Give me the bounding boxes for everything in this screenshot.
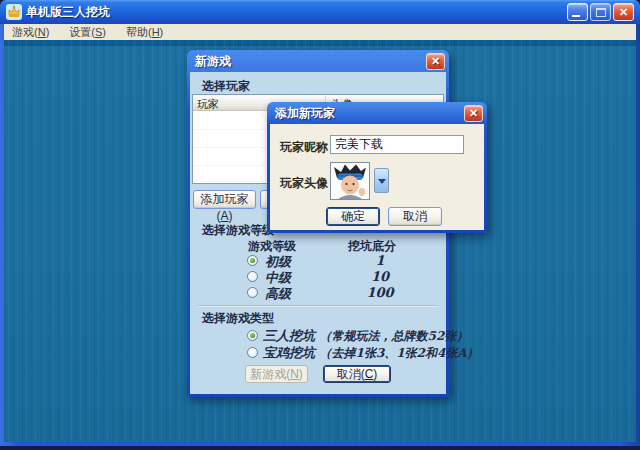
window-controls: ✕ bbox=[567, 3, 634, 21]
add-player-dialog-title: 添加新玩家 bbox=[275, 105, 335, 122]
type-three-player-label: 三人挖坑 （常规玩法，总牌数52张） bbox=[263, 327, 468, 345]
app-titlebar[interactable]: 单机版三人挖坑 ✕ bbox=[0, 0, 640, 24]
level-intermediate-score: 10 bbox=[340, 269, 420, 284]
section-divider bbox=[198, 305, 438, 306]
add-player-button[interactable]: 添加玩家(A) bbox=[193, 190, 256, 209]
add-player-dialog-body: 玩家昵称： 玩家头像： 确定 取消 bbox=[270, 124, 484, 230]
level-advanced-score: 100 bbox=[340, 285, 420, 300]
radio-level-intermediate[interactable] bbox=[247, 271, 258, 282]
new-game-dialog-title: 新游戏 bbox=[195, 53, 231, 70]
close-icon[interactable]: ✕ bbox=[426, 53, 445, 70]
player-avatar-image bbox=[330, 162, 370, 200]
cancel-button[interactable]: 取消(C) bbox=[323, 365, 391, 383]
menu-help[interactable]: 帮助(H) bbox=[126, 25, 163, 40]
nickname-input[interactable] bbox=[330, 135, 464, 154]
screen: 单机版三人挖坑 ✕ 游戏(N) 设置(S) 帮助(H) 新游戏 ✕ 选择玩家 bbox=[0, 0, 640, 450]
radio-level-beginner[interactable] bbox=[247, 255, 258, 266]
select-player-heading: 选择玩家 bbox=[202, 78, 250, 95]
add-player-dialog-titlebar[interactable]: 添加新玩家 ✕ bbox=[267, 102, 487, 124]
new-game-button[interactable]: 新游戏(N) bbox=[245, 365, 308, 383]
menu-game[interactable]: 游戏(N) bbox=[12, 25, 49, 40]
select-type-heading: 选择游戏类型 bbox=[202, 310, 274, 327]
cancel-button[interactable]: 取消 bbox=[388, 207, 442, 226]
add-player-dialog: 添加新玩家 ✕ 玩家昵称： 玩家头像： bbox=[267, 102, 487, 233]
menu-bar: 游戏(N) 设置(S) 帮助(H) bbox=[4, 24, 636, 40]
minimize-icon[interactable] bbox=[567, 3, 588, 21]
avatar-dropdown-icon[interactable] bbox=[374, 168, 389, 193]
close-icon[interactable]: ✕ bbox=[613, 3, 634, 21]
ok-button[interactable]: 确定 bbox=[326, 207, 380, 226]
level-beginner-score: 1 bbox=[340, 253, 420, 268]
new-game-dialog-titlebar[interactable]: 新游戏 ✕ bbox=[187, 50, 449, 72]
player-column-header[interactable]: 玩家 bbox=[197, 97, 219, 112]
maximize-icon[interactable] bbox=[590, 3, 611, 21]
menu-settings[interactable]: 设置(S) bbox=[69, 25, 106, 40]
level-advanced-label: 高级 bbox=[265, 285, 291, 303]
radio-level-advanced[interactable] bbox=[247, 287, 258, 298]
close-icon[interactable]: ✕ bbox=[464, 105, 483, 122]
app-title: 单机版三人挖坑 bbox=[26, 4, 110, 21]
radio-type-three-player[interactable] bbox=[247, 330, 258, 341]
type-baoji-label: 宝鸡挖坑 （去掉1张3、1张2和4张A） bbox=[263, 344, 479, 362]
app-icon bbox=[6, 4, 22, 20]
select-level-heading: 选择游戏等级 bbox=[202, 222, 274, 239]
radio-type-baoji[interactable] bbox=[247, 347, 258, 358]
